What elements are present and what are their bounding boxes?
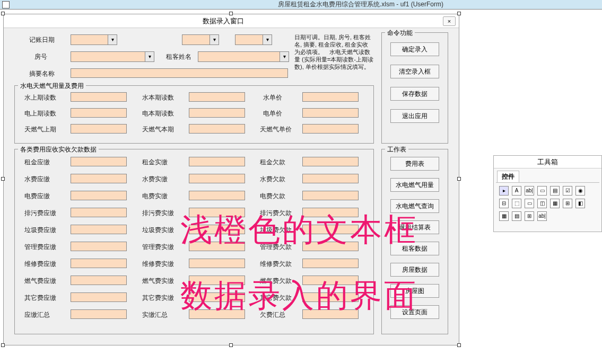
fee-input-owed-3[interactable] bbox=[302, 208, 359, 217]
fee-input-due-1[interactable] bbox=[71, 174, 127, 183]
btn-clear[interactable]: 清空录入框 bbox=[390, 65, 439, 78]
resize-handle[interactable] bbox=[457, 343, 461, 347]
toolbox-control-icon[interactable]: ⊞ bbox=[525, 211, 534, 221]
close-icon[interactable]: × bbox=[443, 16, 456, 26]
btn-exit[interactable]: 退出应用 bbox=[390, 109, 439, 123]
toolbox-control-icon[interactable]: ◫ bbox=[537, 199, 547, 208]
input-gas-cur[interactable] bbox=[189, 124, 245, 134]
fee-input-due-6[interactable] bbox=[71, 259, 127, 268]
fee-input-due-2[interactable] bbox=[71, 191, 127, 200]
fee-input-due-8[interactable] bbox=[71, 292, 127, 302]
fee-input-paid-9[interactable] bbox=[189, 309, 245, 319]
fee-input-paid-0[interactable] bbox=[189, 157, 245, 166]
combo-room[interactable] bbox=[71, 51, 154, 62]
fee-label-4-2: 垃圾费欠款 bbox=[260, 226, 292, 235]
combo-month[interactable] bbox=[182, 34, 219, 45]
frame-commands-title: 命令功能 bbox=[385, 29, 415, 38]
resize-handle[interactable] bbox=[1, 343, 5, 347]
toolbox-control-icon[interactable]: ☑ bbox=[563, 186, 572, 196]
toolbox-control-icon[interactable]: ▦ bbox=[550, 199, 560, 208]
input-water-prev[interactable] bbox=[71, 92, 127, 102]
input-elec-prev[interactable] bbox=[71, 108, 127, 118]
input-gas-price[interactable] bbox=[302, 124, 359, 134]
fee-input-paid-7[interactable] bbox=[189, 276, 245, 285]
fee-input-owed-2[interactable] bbox=[302, 191, 359, 200]
btn-sheet-checkout[interactable]: 退租结算表 bbox=[390, 220, 439, 234]
toolbox-tab-controls[interactable]: 控件 bbox=[497, 171, 519, 182]
fee-input-paid-1[interactable] bbox=[189, 174, 245, 183]
fee-input-owed-9[interactable] bbox=[302, 309, 359, 319]
resize-handle[interactable] bbox=[229, 12, 233, 15]
fee-input-paid-2[interactable] bbox=[189, 191, 245, 200]
fee-input-owed-6[interactable] bbox=[302, 259, 359, 268]
label-date: 记账日期 bbox=[29, 35, 55, 45]
app-title: 房屋租赁租金水电费用综合管理系统.xlsm - uf1 (UserForm) bbox=[278, 0, 443, 9]
btn-sheet-query[interactable]: 水电燃气查询 bbox=[390, 199, 439, 213]
fee-label-2-2: 电费欠款 bbox=[260, 192, 285, 201]
fee-label-4-0: 垃圾费应缴 bbox=[24, 226, 56, 235]
resize-handle[interactable] bbox=[457, 12, 461, 15]
fee-label-1-1: 水费实缴 bbox=[142, 175, 168, 184]
input-summary[interactable] bbox=[71, 68, 288, 78]
btn-sheet-houses[interactable]: 房屋数据 bbox=[390, 263, 439, 277]
fee-input-due-9[interactable] bbox=[71, 309, 127, 319]
input-water-cur[interactable] bbox=[189, 92, 245, 102]
toolbox-control-icon[interactable]: ab| bbox=[525, 186, 534, 196]
toolbox-control-icon[interactable]: ▤ bbox=[550, 186, 560, 196]
fee-input-owed-8[interactable] bbox=[302, 292, 359, 302]
btn-save[interactable]: 保存数据 bbox=[390, 87, 439, 101]
fee-input-due-5[interactable] bbox=[71, 242, 127, 251]
toolbox-window[interactable]: 工具箱 控件 ▸Aab|▭▤☑◉⊟⬚▭◫▦⊞◧▦▤⊞ab| bbox=[493, 155, 602, 232]
combo-tenant[interactable] bbox=[198, 51, 289, 62]
fee-input-due-3[interactable] bbox=[71, 208, 127, 217]
toolbox-control-icon[interactable]: ◧ bbox=[575, 199, 585, 208]
combo-year[interactable] bbox=[71, 34, 117, 45]
toolbox-control-icon[interactable]: ▸ bbox=[499, 186, 509, 196]
btn-sheet-usage[interactable]: 水电燃气用量 bbox=[390, 178, 439, 192]
resize-handle[interactable] bbox=[229, 343, 233, 347]
toolbox-control-icon[interactable]: ⬚ bbox=[512, 199, 521, 208]
input-elec-price[interactable] bbox=[302, 108, 359, 118]
form-titlebar[interactable]: 数据录入窗口 × bbox=[4, 14, 459, 28]
fee-input-owed-7[interactable] bbox=[302, 276, 359, 285]
fee-input-paid-4[interactable] bbox=[189, 225, 245, 234]
btn-sheet-tenants[interactable]: 租客数据 bbox=[390, 242, 439, 255]
toolbox-control-icon[interactable]: ◉ bbox=[575, 186, 585, 196]
fee-input-owed-5[interactable] bbox=[302, 242, 359, 251]
btn-sheet-floorplan[interactable]: 房屋图 bbox=[390, 284, 439, 298]
btn-sheet-settings[interactable]: 设置页面 bbox=[390, 305, 439, 319]
fee-label-7-2: 燃气费欠款 bbox=[260, 277, 292, 286]
fee-input-paid-5[interactable] bbox=[189, 242, 245, 251]
fee-input-due-4[interactable] bbox=[71, 225, 127, 234]
resize-handle[interactable] bbox=[1, 177, 5, 181]
toolbox-control-icon[interactable]: ab| bbox=[537, 211, 547, 221]
resize-handle[interactable] bbox=[457, 177, 461, 181]
toolbox-control-icon[interactable]: ▦ bbox=[499, 211, 509, 221]
toolbox-control-icon[interactable]: ▭ bbox=[525, 199, 534, 208]
toolbox-control-icon[interactable]: ⊟ bbox=[499, 199, 509, 208]
input-water-price[interactable] bbox=[302, 92, 359, 102]
toolbox-control-icon[interactable]: ⊞ bbox=[563, 199, 572, 208]
fee-input-owed-0[interactable] bbox=[302, 157, 359, 166]
input-gas-prev[interactable] bbox=[71, 124, 127, 134]
fee-input-owed-4[interactable] bbox=[302, 225, 359, 234]
label-water-price: 水单价 bbox=[263, 93, 282, 102]
toolbox-title[interactable]: 工具箱 bbox=[494, 156, 601, 168]
fee-input-paid-3[interactable] bbox=[189, 208, 245, 217]
fee-label-5-1: 管理费实缴 bbox=[142, 243, 174, 252]
resize-handle[interactable] bbox=[1, 12, 5, 15]
toolbox-control-icon[interactable]: ▭ bbox=[537, 186, 547, 196]
btn-sheet-fees[interactable]: 费用表 bbox=[390, 157, 439, 171]
fee-input-due-0[interactable] bbox=[71, 157, 127, 166]
toolbox-control-icon[interactable]: A bbox=[512, 186, 521, 196]
fee-input-owed-1[interactable] bbox=[302, 174, 359, 183]
btn-confirm[interactable]: 确定录入 bbox=[390, 42, 439, 56]
fee-label-3-0: 排污费应缴 bbox=[24, 209, 56, 218]
input-elec-cur[interactable] bbox=[189, 108, 245, 118]
toolbox-control-icon[interactable]: ▤ bbox=[512, 211, 521, 221]
fee-input-paid-6[interactable] bbox=[189, 259, 245, 268]
fee-input-paid-8[interactable] bbox=[189, 292, 245, 302]
fee-input-due-7[interactable] bbox=[71, 276, 127, 285]
combo-day[interactable] bbox=[235, 34, 272, 45]
fee-label-1-2: 水费欠款 bbox=[260, 175, 285, 184]
